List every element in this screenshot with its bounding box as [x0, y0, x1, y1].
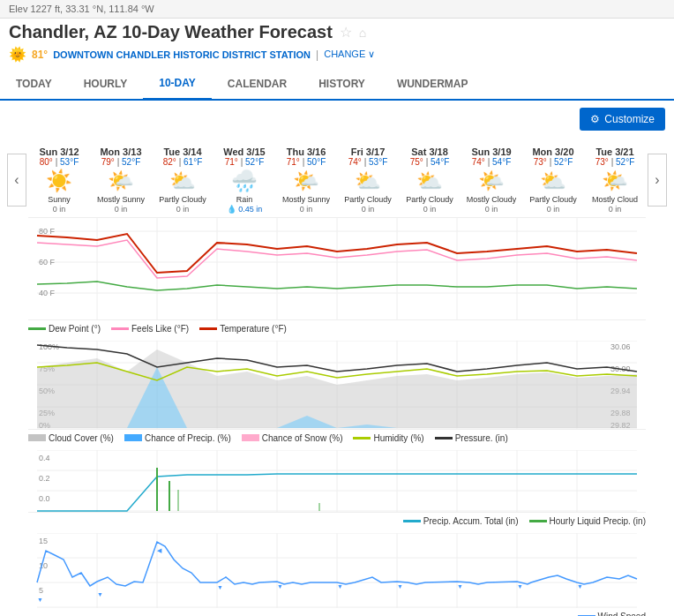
- svg-text:▼: ▼: [277, 583, 283, 590]
- precip-legend: Precip. Accum. Total (in) Hourly Liquid …: [28, 513, 646, 530]
- precip-accum-line: [403, 520, 421, 522]
- day-headers: Sun 3/12 80° | 53°F ☀️ Sunny 0 in Mon 3/…: [28, 143, 646, 218]
- day-temps-3: 71° | 52°F: [215, 157, 273, 167]
- temperature-line: [199, 327, 217, 330]
- day-col-6[interactable]: Sat 3/18 75° | 54°F ⛅ Partly Cloudy 0 in: [399, 143, 461, 217]
- tab-wundermap[interactable]: WUNDERMAP: [381, 68, 484, 99]
- star-icon[interactable]: ☆: [340, 24, 352, 41]
- humidity-line: [353, 437, 371, 439]
- day-col-1[interactable]: Mon 3/13 79° | 52°F 🌤️ Mostly Sunny 0 in: [90, 143, 152, 217]
- precip-6: 0 in: [401, 205, 459, 214]
- day-name-0: Sun 3/12: [30, 146, 88, 157]
- svg-text:▼: ▼: [337, 583, 343, 590]
- subtitle-row: 🌞 81° DOWNTOWN CHANDLER HISTORIC DISTRIC…: [0, 44, 674, 68]
- weather-label-9: Mostly Cloud: [586, 195, 644, 205]
- day-col-3[interactable]: Wed 3/15 71° | 52°F 🌧️ Rain 💧 0.45 in: [213, 143, 275, 217]
- nav-tabs: TODAY HOURLY 10-DAY CALENDAR HISTORY WUN…: [0, 68, 674, 101]
- chance-snow-bar: [242, 434, 259, 441]
- title-row: Chandler, AZ 10-Day Weather Forecast ☆ ⌂: [0, 19, 674, 44]
- weather-icon-9: 🌤️: [586, 169, 644, 193]
- day-col-9[interactable]: Tue 3/21 73° | 52°F 🌤️ Mostly Cloud 0 in: [584, 143, 646, 217]
- svg-text:▼: ▼: [577, 583, 583, 590]
- day-name-6: Sat 3/18: [401, 146, 459, 157]
- temperature-label: Temperature (°F): [220, 324, 287, 334]
- legend-humidity: Humidity (%): [353, 433, 423, 443]
- day-name-1: Mon 3/13: [92, 146, 150, 157]
- chance-precip-bar: [124, 434, 142, 441]
- hourly-liquid-label: Hourly Liquid Precip. (in): [550, 516, 647, 526]
- elevation-bar: Elev 1227 ft, 33.31 °N, 111.84 °W: [0, 0, 674, 19]
- svg-text:15: 15: [39, 537, 48, 545]
- weather-label-2: Partly Cloudy: [154, 195, 212, 205]
- day-col-4[interactable]: Thu 3/16 71° | 50°F 🌤️ Mostly Sunny 0 in: [275, 143, 337, 217]
- separator: |: [316, 49, 318, 61]
- current-temp: 81°: [32, 49, 48, 61]
- prev-arrow[interactable]: ‹: [7, 154, 26, 207]
- wind-chart: 15 10 5 ▼ ▼ ◀ ▼ ▼ ▼ ▼ ▼ ▼ ▼: [28, 533, 646, 608]
- weather-label-8: Partly Cloudy: [524, 195, 582, 205]
- weather-label-0: Sunny: [30, 195, 88, 205]
- day-name-7: Sun 3/19: [462, 146, 520, 157]
- day-col-8[interactable]: Mon 3/20 73° | 52°F ⛅ Partly Cloudy 0 in: [522, 143, 584, 217]
- weather-label-1: Mostly Sunny: [92, 195, 150, 205]
- gear-icon: ⚙: [590, 113, 600, 125]
- hourly-liquid-line: [529, 520, 547, 522]
- day-col-0[interactable]: Sun 3/12 80° | 53°F ☀️ Sunny 0 in: [28, 143, 90, 217]
- dew-point-label: Dew Point (°): [49, 324, 101, 334]
- legend-chance-snow: Chance of Snow (%): [242, 433, 343, 443]
- svg-text:▼: ▼: [97, 591, 103, 597]
- customize-button[interactable]: ⚙ Customize: [580, 108, 665, 131]
- customize-label: Customize: [604, 113, 655, 125]
- day-name-9: Tue 3/21: [586, 146, 644, 157]
- tab-calendar[interactable]: CALENDAR: [212, 68, 303, 99]
- cloud-chart-svg: 100% 75% 50% 25% 0% 30.06 30.00 29.94 29…: [28, 341, 646, 429]
- weather-icon-7: 🌤️: [462, 169, 520, 193]
- day-name-3: Wed 3/15: [215, 146, 273, 157]
- chance-precip-label: Chance of Precip. (%): [145, 433, 231, 443]
- wind-chart-svg: 15 10 5 ▼ ▼ ◀ ▼ ▼ ▼ ▼ ▼ ▼ ▼: [28, 533, 646, 608]
- legend-cloud-cover: Cloud Cover (%): [28, 433, 114, 443]
- legend-feels-like: Feels Like (°F): [111, 324, 189, 334]
- svg-text:0.2: 0.2: [39, 474, 50, 483]
- day-name-8: Mon 3/20: [524, 146, 582, 157]
- precip-4: 0 in: [277, 205, 335, 214]
- cloud-cover-label: Cloud Cover (%): [49, 433, 114, 443]
- home-icon[interactable]: ⌂: [359, 26, 366, 40]
- sun-icon: 🌞: [9, 46, 26, 63]
- tab-10day[interactable]: 10-DAY: [143, 68, 212, 101]
- svg-text:▼: ▼: [517, 583, 523, 590]
- legend-wind-speed: Wind Speed: [578, 612, 646, 616]
- weather-icon-8: ⛅: [524, 169, 582, 193]
- change-link[interactable]: CHANGE ∨: [324, 49, 375, 60]
- svg-text:0.0: 0.0: [39, 494, 50, 503]
- weather-icon-0: ☀️: [30, 169, 88, 193]
- weather-label-3: Rain: [215, 195, 273, 205]
- tab-history[interactable]: HISTORY: [303, 68, 381, 99]
- tab-today[interactable]: TODAY: [0, 68, 68, 99]
- precip-chart: 0.4 0.2 0.0: [28, 450, 646, 513]
- weather-icon-1: 🌤️: [92, 169, 150, 193]
- precip-7: 0 in: [462, 205, 520, 214]
- svg-text:40 F: 40 F: [39, 289, 56, 297]
- svg-text:30.06: 30.06: [610, 342, 631, 351]
- legend-hourly-liquid: Hourly Liquid Precip. (in): [529, 516, 647, 526]
- temp-chart-svg: 80 F 60 F 40 F: [28, 218, 646, 319]
- day-temps-1: 79° | 52°F: [92, 157, 150, 167]
- svg-text:◀: ◀: [157, 547, 162, 553]
- cloud-legend: Cloud Cover (%) Chance of Precip. (%) Ch…: [28, 430, 646, 447]
- day-temps-2: 82° | 61°F: [154, 157, 212, 167]
- weather-icon-3: 🌧️: [215, 169, 273, 193]
- tab-hourly[interactable]: HOURLY: [68, 68, 144, 99]
- day-col-2[interactable]: Tue 3/14 82° | 61°F ⛅ Partly Cloudy 0 in: [152, 143, 213, 217]
- weather-icon-6: ⛅: [401, 169, 459, 193]
- next-arrow[interactable]: ›: [648, 154, 667, 207]
- day-temps-7: 74° | 54°F: [462, 157, 520, 167]
- day-temps-6: 75° | 54°F: [401, 157, 459, 167]
- day-col-5[interactable]: Fri 3/17 74° | 53°F ⛅ Partly Cloudy 0 in: [337, 143, 399, 217]
- legend-pressure: Pressure. (in): [435, 433, 508, 443]
- wind-legend: Wind Speed: [28, 608, 646, 616]
- station-link[interactable]: DOWNTOWN CHANDLER HISTORIC DISTRICT STAT…: [53, 49, 311, 60]
- precip-0: 0 in: [30, 205, 88, 214]
- legend-temperature: Temperature (°F): [199, 324, 287, 334]
- day-col-7[interactable]: Sun 3/19 74° | 54°F 🌤️ Mostly Cloudy 0 i…: [461, 143, 522, 217]
